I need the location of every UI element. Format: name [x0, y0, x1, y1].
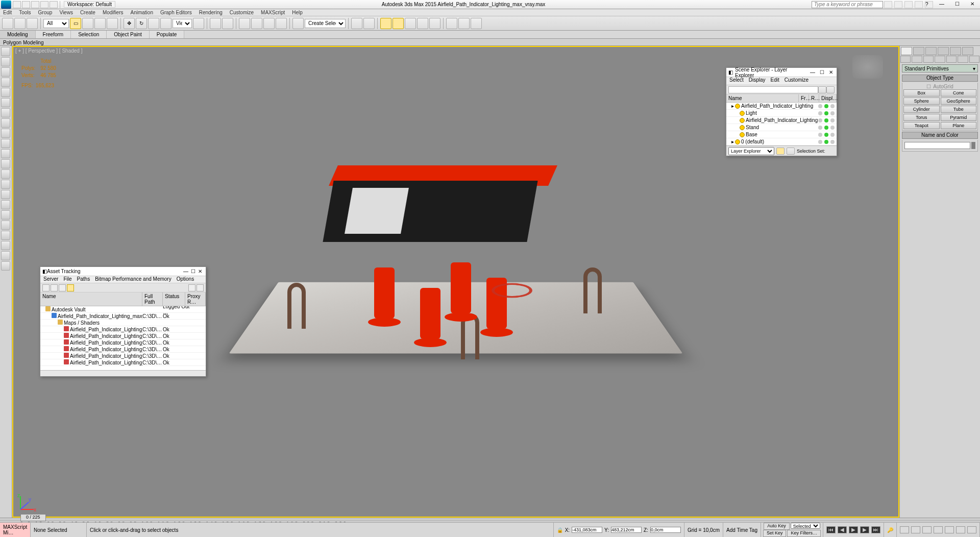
rollout-object-type[interactable]: Object Type — [902, 75, 978, 82]
named-selection-dropdown[interactable]: Create Selection Se — [305, 19, 346, 28]
col-proxy[interactable]: Proxy R… — [185, 292, 206, 306]
lt-icon[interactable] — [1, 98, 10, 107]
spacewarps-icon[interactable] — [958, 56, 968, 63]
link-icon[interactable] — [2, 18, 13, 29]
schematic-view-icon[interactable] — [417, 18, 428, 29]
col-name[interactable]: Name — [726, 94, 799, 102]
close-button[interactable]: ✕ — [197, 268, 204, 274]
se-view-icon[interactable] — [826, 86, 835, 93]
key-mode-toggle[interactable]: 🔑 — [884, 523, 897, 537]
spinner-snap-icon[interactable] — [276, 18, 287, 29]
minimize-button[interactable]: — — [809, 69, 816, 75]
object-color-swatch[interactable] — [971, 142, 975, 149]
close-button[interactable]: ✕ — [827, 69, 835, 75]
at-settings-icon[interactable] — [197, 284, 204, 291]
lt-icon[interactable] — [1, 149, 10, 158]
col-status[interactable]: Status — [163, 292, 185, 306]
zoom-extents-icon[interactable] — [922, 526, 932, 533]
lt-icon[interactable] — [1, 251, 10, 260]
workspace-selector[interactable]: Workspace: Default — [64, 1, 115, 8]
se-mode-dropdown[interactable]: Layer Explorer — [728, 147, 774, 155]
at-menu-server[interactable]: Server — [43, 276, 58, 283]
minimize-button[interactable]: — — [182, 268, 189, 274]
render-icon[interactable] — [471, 18, 482, 29]
tree-row[interactable]: Stand — [726, 124, 837, 131]
asset-row[interactable]: Airfield_Path_Indicator_Lighting_Fresnel… — [40, 333, 206, 339]
goto-end-icon[interactable]: ⏭ — [871, 526, 880, 533]
menu-rendering[interactable]: Rendering — [199, 10, 223, 15]
lights-icon[interactable] — [923, 56, 934, 63]
select-rotate-icon[interactable]: ↻ — [136, 18, 147, 29]
exchange-icon[interactable] — [894, 1, 902, 8]
viewport[interactable]: [ + ] [ Perspective ] [ Shaded ] Total P… — [12, 46, 899, 518]
layer-explorer-icon[interactable] — [393, 18, 404, 29]
asset-tracking-window[interactable]: ◧ Asset Tracking — ☐ ✕ Server File Paths… — [40, 266, 206, 377]
menu-animation[interactable]: Animation — [130, 10, 153, 15]
at-menu-options[interactable]: Options — [177, 276, 194, 283]
col-path[interactable]: Full Path — [142, 292, 163, 306]
next-frame-icon[interactable]: ▶ — [860, 526, 869, 533]
lt-icon[interactable] — [1, 47, 10, 56]
lt-icon[interactable] — [1, 231, 10, 240]
minimize-button[interactable]: — — [934, 1, 949, 9]
utilities-tab-icon[interactable] — [962, 47, 973, 55]
signin-icon[interactable] — [884, 1, 892, 8]
time-slider-thumb[interactable]: 0 / 225 — [20, 514, 46, 521]
se-filter-input[interactable] — [728, 86, 818, 93]
lt-icon[interactable] — [1, 129, 10, 138]
percent-snap-icon[interactable] — [263, 18, 275, 29]
toggle-icon[interactable] — [915, 1, 923, 8]
se-lock-icon[interactable] — [776, 148, 785, 155]
geometry-icon[interactable] — [900, 56, 911, 63]
primitive-button-geosphere[interactable]: GeoSphere — [941, 97, 977, 105]
ribbon-tab-selection[interactable]: Selection — [71, 31, 107, 38]
lt-icon[interactable] — [1, 180, 10, 189]
menu-create[interactable]: Create — [80, 10, 95, 15]
close-button[interactable]: ✕ — [965, 1, 980, 9]
lt-icon[interactable] — [1, 118, 10, 128]
window-crossing-icon[interactable] — [107, 18, 118, 29]
qat-save-icon[interactable] — [31, 1, 39, 8]
primitive-button-pyramid[interactable]: Pyramid — [941, 114, 977, 121]
setkey-button[interactable]: Set Key — [763, 530, 787, 537]
zoom-icon[interactable] — [900, 526, 909, 533]
menu-modifiers[interactable]: Modifiers — [103, 10, 124, 15]
primitive-button-teapot[interactable]: Teapot — [903, 122, 940, 129]
edit-named-sel-icon[interactable] — [292, 18, 304, 29]
bind-spacewarp-icon[interactable] — [27, 18, 38, 29]
at-tree-icon[interactable] — [51, 284, 58, 291]
display-tab-icon[interactable] — [950, 47, 961, 55]
at-menu-paths[interactable]: Paths — [77, 276, 90, 283]
at-menu-file[interactable]: File — [63, 276, 71, 283]
motion-tab-icon[interactable] — [938, 47, 949, 55]
select-object-icon[interactable]: ▭ — [70, 18, 81, 29]
viewcube[interactable] — [852, 55, 883, 79]
col-name[interactable]: Name — [40, 292, 142, 306]
object-name-input[interactable] — [904, 142, 970, 149]
app-logo[interactable] — [1, 1, 11, 9]
asset-row[interactable]: Airfield_Path_Indicator_Lighting_Refract… — [40, 353, 206, 359]
scene-explorer-tree[interactable]: ▸Airfield_Path_Indicator_LightingLightAi… — [726, 103, 837, 145]
rollout-name-color[interactable]: Name and Color — [902, 132, 978, 139]
x-input[interactable] — [572, 527, 602, 533]
scene-explorer-window[interactable]: ◧ Scene Explorer - Layer Explorer — ☐ ✕ … — [726, 67, 837, 156]
lt-icon[interactable] — [1, 210, 10, 219]
ribbon-tab-populate[interactable]: Populate — [150, 31, 184, 38]
fov-icon[interactable] — [934, 526, 943, 533]
menu-help[interactable]: Help — [292, 10, 303, 15]
horizontal-scrollbar[interactable] — [40, 370, 206, 376]
menu-graph-editors[interactable]: Graph Editors — [160, 10, 192, 15]
unlink-icon[interactable] — [14, 18, 26, 29]
use-pivot-icon[interactable] — [193, 18, 204, 29]
hierarchy-tab-icon[interactable] — [925, 47, 937, 55]
lt-icon[interactable] — [1, 241, 10, 250]
menu-views[interactable]: Views — [59, 10, 73, 15]
at-highlight-icon[interactable] — [67, 284, 74, 291]
primitive-button-box[interactable]: Box — [903, 89, 940, 96]
asset-row[interactable]: Airfield_Path_Indicator_Lighting_Glossin… — [40, 339, 206, 346]
menu-group[interactable]: Group — [38, 10, 53, 15]
align-icon[interactable] — [363, 18, 375, 29]
se-menu-customize[interactable]: Customize — [785, 77, 808, 85]
keyfilters-button[interactable]: Key Filters… — [787, 530, 821, 537]
se-menu-edit[interactable]: Edit — [771, 77, 779, 85]
